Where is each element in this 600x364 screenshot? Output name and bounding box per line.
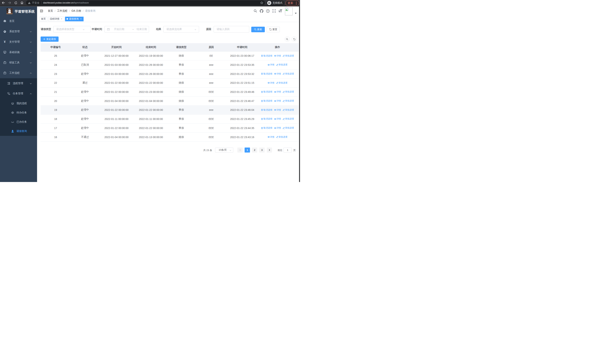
- svg-text:?: ?: [267, 10, 269, 12]
